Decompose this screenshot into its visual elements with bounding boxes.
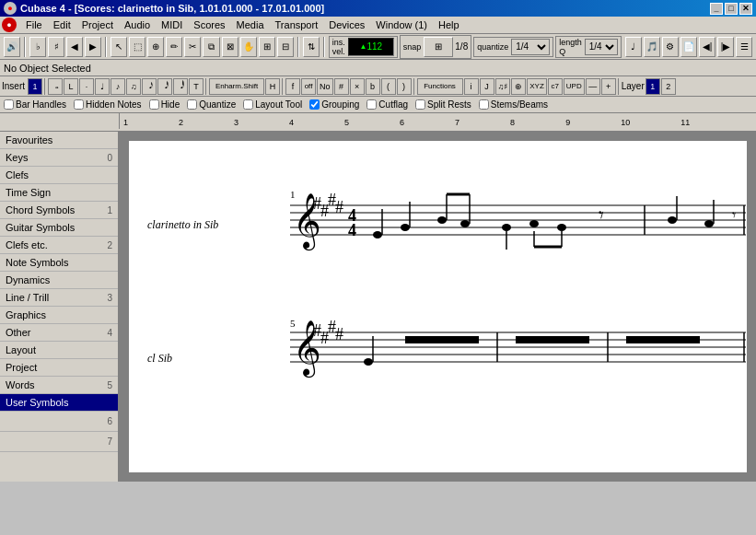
insert-cross[interactable]: ⊕ <box>511 78 526 95</box>
insert-note-whole[interactable]: 𝅝 <box>48 78 63 95</box>
insert-music[interactable]: ♫♯ <box>495 78 511 95</box>
insert-j[interactable]: J <box>480 78 494 95</box>
quantize-input[interactable] <box>187 99 197 110</box>
layer-2-btn[interactable]: 2 <box>661 78 676 95</box>
layout-tool-input[interactable] <box>243 99 253 110</box>
enharm-shift-btn[interactable]: Enharm.Shift <box>209 78 264 95</box>
sidebar-item-6[interactable]: 6 <box>0 412 118 432</box>
glue-tool-icon[interactable]: ⧉ <box>203 37 219 57</box>
insert-xyz[interactable]: XYZ <box>527 78 547 95</box>
app-menu-icon[interactable]: ● <box>2 17 17 32</box>
hand-tool-icon[interactable]: ✋ <box>240 37 257 57</box>
insert-note2[interactable]: ♪ <box>110 78 125 95</box>
sidebar-item-clefs[interactable]: Clefs <box>0 167 118 184</box>
insert-lparen[interactable]: ( <box>381 78 396 95</box>
sidebar-item-7[interactable]: 7 <box>0 432 118 452</box>
insert-plus[interactable]: + <box>601 78 616 95</box>
cutflag-cb[interactable]: Cutflag <box>366 99 408 110</box>
menu-transport[interactable]: Transport <box>270 17 324 32</box>
menu-midi[interactable]: MIDI <box>156 17 188 32</box>
menu-file[interactable]: File <box>20 17 48 32</box>
split-rests-input[interactable] <box>415 99 425 110</box>
zoom-tool-icon[interactable]: ⊞ <box>259 37 275 57</box>
sidebar-item-keys[interactable]: Keys 0 <box>0 149 118 167</box>
insert-b[interactable]: b <box>366 78 380 95</box>
menu-edit[interactable]: Edit <box>48 17 76 32</box>
settings-icon[interactable]: ⚙ <box>662 37 679 57</box>
quantize-cb[interactable]: Quantize <box>187 99 236 110</box>
prev-icon[interactable]: ◀| <box>699 37 715 57</box>
magnify-tool-icon[interactable]: ⊕ <box>147 37 164 57</box>
grouping-input[interactable] <box>309 99 320 110</box>
layer-1-btn[interactable]: 1 <box>646 78 660 95</box>
menu2-icon[interactable]: ☰ <box>736 37 752 57</box>
split-rests-cb[interactable]: Split Rests <box>415 99 471 110</box>
menu-scores[interactable]: Scores <box>188 17 230 32</box>
flip-icon[interactable]: ⇅ <box>303 37 320 57</box>
sidebar-item-note-symbols[interactable]: Note Symbols <box>0 254 118 272</box>
sidebar-item-user-symbols[interactable]: User Symbols <box>0 394 118 412</box>
quantize-select[interactable]: 1/4 1/8 1/16 <box>511 39 550 55</box>
nav-back-icon[interactable]: ◀ <box>66 37 83 57</box>
midi-icon[interactable]: ♩ <box>625 37 642 57</box>
insert-f-btn[interactable]: f <box>285 78 300 95</box>
insert-num-btn[interactable]: 1 <box>28 78 42 95</box>
minimize-btn[interactable]: _ <box>710 3 723 15</box>
menu-help[interactable]: Help <box>433 17 465 32</box>
ins-vel-arrow-up[interactable]: ▲ <box>359 42 366 51</box>
snap-display[interactable]: ⊞ <box>424 37 453 57</box>
select-tool-icon[interactable]: ↖ <box>110 37 127 57</box>
bar-handles-input[interactable] <box>4 99 14 110</box>
insert-no[interactable]: No <box>317 78 333 95</box>
menu-devices[interactable]: Devices <box>323 17 370 32</box>
insert-note4[interactable]: 𝅘𝅥𝅯 <box>142 78 157 95</box>
insert-h[interactable]: H <box>265 78 280 95</box>
split-tool-icon[interactable]: ✂ <box>184 37 201 57</box>
insert-note5[interactable]: 𝅘𝅥𝅰 <box>157 78 172 95</box>
menu-audio[interactable]: Audio <box>119 17 156 32</box>
mute-tool-icon[interactable]: ⊠ <box>222 37 238 57</box>
insert-note6[interactable]: 𝅘𝅥𝅱 <box>173 78 188 95</box>
hide-cb[interactable]: Hide <box>149 99 180 110</box>
sidebar-item-chord-symbols[interactable]: Chord Symbols 1 <box>0 202 118 219</box>
menu-project[interactable]: Project <box>76 17 119 32</box>
sidebar-item-graphics[interactable]: Graphics <box>0 307 118 324</box>
insert-i[interactable]: i <box>464 78 479 95</box>
audio-icon[interactable]: 🎵 <box>644 37 660 57</box>
pencil-tool-icon[interactable]: ✏ <box>166 37 182 57</box>
eraser-tool-icon[interactable]: ⬚ <box>129 37 145 57</box>
cutflag-input[interactable] <box>366 99 377 110</box>
insert-note3[interactable]: ♫ <box>126 78 141 95</box>
ins-vel-display[interactable]: ▲ 112 <box>348 38 394 56</box>
sidebar-item-words[interactable]: Words 5 <box>0 377 118 394</box>
note-flat-icon[interactable]: ♭ <box>29 37 46 57</box>
insert-dot1[interactable]: · <box>79 78 94 95</box>
sidebar-item-dynamics[interactable]: Dynamics <box>0 272 118 289</box>
score-icon[interactable]: 📄 <box>680 37 697 57</box>
sidebar-item-time-sign[interactable]: Time Sign <box>0 184 118 202</box>
sidebar-item-other[interactable]: Other 4 <box>0 324 118 342</box>
insert-off[interactable]: off <box>301 78 316 95</box>
speaker-icon[interactable]: 🔊 <box>4 37 20 57</box>
sidebar-item-line-trill[interactable]: Line / Trill 3 <box>0 289 118 307</box>
note-sharp-icon[interactable]: ♯ <box>48 37 64 57</box>
hidden-notes-input[interactable] <box>74 99 84 110</box>
score-area[interactable]: clarinetto in Sib 1 𝄞 # # # # 4 <box>120 132 756 482</box>
insert-c7[interactable]: c7 <box>548 78 563 95</box>
hide-input[interactable] <box>149 99 159 110</box>
length-select[interactable]: 1/4 1/8 <box>585 39 618 55</box>
sidebar-item-project[interactable]: Project <box>0 359 118 377</box>
nav-forward-icon[interactable]: ▶ <box>85 37 101 57</box>
insert-upd[interactable]: UPD <box>564 78 585 95</box>
stems-beams-input[interactable] <box>479 99 489 110</box>
grid-tool-icon[interactable]: ⊟ <box>277 37 294 57</box>
grouping-cb[interactable]: Grouping <box>309 99 359 110</box>
insert-hash[interactable]: # <box>334 78 349 95</box>
insert-note1[interactable]: ♩ <box>95 78 110 95</box>
stems-beams-cb[interactable]: Stems/Beams <box>479 99 548 110</box>
sidebar-item-guitar-symbols[interactable]: Guitar Symbols <box>0 219 118 237</box>
menu-window[interactable]: Window (1) <box>370 17 433 32</box>
maximize-btn[interactable]: □ <box>725 3 738 15</box>
close-btn[interactable]: ✕ <box>739 3 752 15</box>
functions-btn[interactable]: Functions <box>417 78 463 95</box>
